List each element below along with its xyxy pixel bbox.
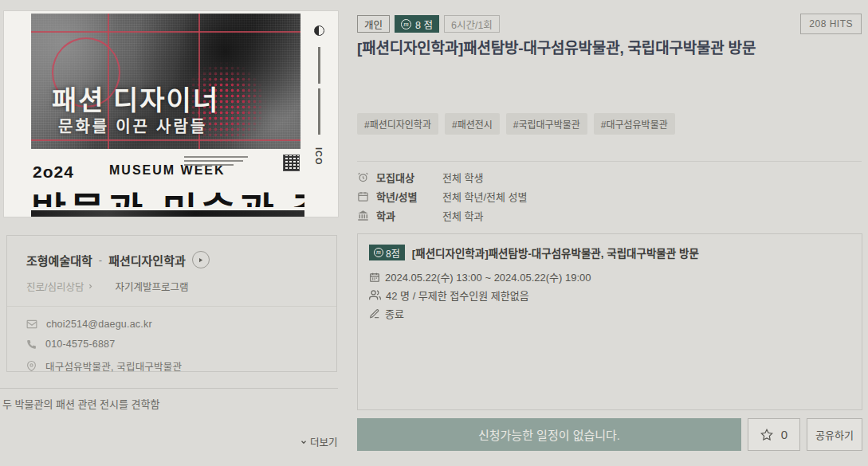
- info-divider: [357, 161, 862, 162]
- provider-card: 조형예술대학 - 패션디자인학과 진로/심리상담 자기계발프로그램 choi25…: [6, 235, 337, 372]
- poster-grid-line: [31, 31, 300, 33]
- info-row-grade-gender: 학년/성별 전체 학년/전체 성별: [357, 186, 528, 206]
- show-more-button[interactable]: 더보기: [300, 434, 338, 449]
- provider-location: 대구섬유박물관, 국립대구박물관: [45, 358, 182, 374]
- poster-next-slide-sliver: [31, 210, 304, 217]
- apply-button[interactable]: 신청가능한 일정이 없습니다.: [357, 418, 741, 451]
- program-description: 두 박물관의 패션 관련 전시를 견학함: [2, 396, 159, 411]
- provider-category: 진로/심리상담 자기계발프로그램: [7, 268, 336, 294]
- poster-side-text: [318, 47, 320, 84]
- description-divider: [0, 388, 338, 389]
- tag-item[interactable]: #패션디자인학과: [357, 113, 438, 135]
- provider-college: 조형예술대학: [26, 252, 92, 268]
- points-label: 8 점: [415, 17, 433, 32]
- info-label: 학과: [376, 208, 442, 223]
- pen-icon: [369, 308, 380, 319]
- hits-counter: 208 HITS: [800, 14, 862, 34]
- provider-phone: 010-4575-6887: [45, 339, 115, 350]
- contact-phone-row: 010-4575-6887: [26, 339, 317, 350]
- poster-bottom-band: 2o24 MUSEUM WEEK 박물관·미술관 주간: [31, 151, 304, 207]
- poster-fine-print: [184, 156, 248, 168]
- poster-main-title: 패션 디자이너: [52, 79, 219, 118]
- schedule-datetime-row: 2024.05.22(수) 13:00 ~ 2024.05.22(수) 19:0…: [369, 268, 850, 286]
- qr-code: [283, 155, 300, 171]
- info-label: 학년/성별: [376, 189, 442, 204]
- schedule-capacity: 42 명 / 무제한 접수인원 제한없음: [386, 288, 529, 303]
- schedule-card: m 8점 [패션디자인학과]패션탐방-대구섬유박물관, 국립대구박물관 방문 2…: [357, 233, 862, 410]
- tag-item[interactable]: #국립대구박물관: [506, 113, 587, 135]
- category-secondary: 자기계발프로그램: [115, 279, 188, 294]
- event-poster: 패션 디자이너 문화를 이끈 사람들 ICO 2o24 MUSEUM WEEK …: [4, 11, 338, 217]
- poster-headline: 박물관·미술관 주간: [31, 180, 304, 207]
- provider-email: choi2514@daegu.ac.kr: [46, 319, 152, 330]
- info-value: 전체 학생: [442, 170, 483, 185]
- provider-header: 조형예술대학 - 패션디자인학과: [7, 236, 336, 268]
- badge-duration: 6시간/1회: [444, 15, 500, 33]
- mileage-icon: m: [374, 248, 383, 257]
- calendar-icon: [369, 272, 380, 283]
- favorite-button[interactable]: 0: [748, 418, 800, 451]
- schedule-points-label: 8점: [386, 246, 400, 260]
- badge-mileage-points: m 8 점: [395, 15, 439, 33]
- program-badges: 개인 m 8 점 6시간/1회: [357, 15, 500, 33]
- mileage-icon: m: [401, 19, 411, 29]
- show-more-label: 더보기: [310, 434, 338, 449]
- info-row-target: 모집대상 전체 학생: [357, 167, 528, 186]
- poster-year: 2o24: [33, 163, 74, 182]
- star-icon: [760, 429, 773, 441]
- users-icon: [369, 289, 381, 301]
- phone-icon: [26, 339, 37, 350]
- poster-photo: 패션 디자이너 문화를 이끈 사람들: [31, 14, 300, 149]
- info-row-department: 학과 전체 학과: [357, 206, 528, 225]
- schedule-capacity-row: 42 명 / 무제한 접수인원 제한없음: [369, 286, 850, 304]
- share-button[interactable]: 공유하기: [807, 418, 862, 451]
- contact-location-row: 대구섬유박물관, 국립대구박물관: [26, 358, 317, 374]
- favorite-count: 0: [781, 428, 787, 441]
- info-label: 모집대상: [376, 170, 442, 185]
- tag-list: #패션디자인학과 #패션전시 #국립대구박물관 #대구섬유박물관: [357, 113, 675, 135]
- schedule-header: m 8점 [패션디자인학과]패션탐방-대구섬유박물관, 국립대구박물관 방문: [369, 245, 850, 260]
- ministry-logo-icon: [314, 25, 324, 36]
- contact-email-row: choi2514@daegu.ac.kr: [26, 319, 317, 330]
- chevron-right-icon: [87, 283, 94, 290]
- info-value: 전체 학과: [442, 208, 483, 223]
- poster-side-text: [318, 88, 320, 135]
- category-primary: 진로/심리상담: [26, 279, 84, 294]
- provider-department: 패션디자인학과: [108, 252, 186, 268]
- poster-subtitle: 문화를 이끈 사람들: [58, 114, 207, 137]
- poster-side-label: ICO: [314, 147, 324, 166]
- page-title: [패션디자인학과]패션탐방-대구섬유박물관, 국립대구박물관 방문: [357, 36, 859, 57]
- schedule-points-badge: m 8점: [369, 245, 405, 260]
- schedule-datetime: 2024.05.22(수) 13:00 ~ 2024.05.22(수) 19:0…: [385, 269, 591, 284]
- provider-separator: -: [99, 254, 102, 266]
- schedule-status-row: 종료: [369, 304, 850, 323]
- museum-icon: [357, 210, 370, 221]
- schedule-title: [패션디자인학과]패션탐방-대구섬유박물관, 국립대구박물관 방문: [412, 245, 699, 260]
- chevron-down-icon: [300, 438, 310, 446]
- tag-item[interactable]: #패션전시: [445, 113, 500, 135]
- mail-icon: [26, 319, 37, 330]
- calendar-icon: [357, 190, 370, 202]
- location-pin-icon: [26, 361, 37, 371]
- provider-expand-button[interactable]: [192, 251, 210, 268]
- badge-personal: 개인: [357, 15, 390, 33]
- info-value: 전체 학년/전체 성별: [442, 189, 528, 204]
- schedule-details: 2024.05.22(수) 13:00 ~ 2024.05.22(수) 19:0…: [369, 268, 850, 323]
- program-info: 모집대상 전체 학생 학년/성별 전체 학년/전체 성별 학과 전체 학과: [357, 167, 528, 225]
- poster-side-strip: ICO: [306, 25, 332, 205]
- play-icon: [197, 256, 204, 264]
- schedule-status: 종료: [385, 306, 404, 321]
- provider-contact-list: choi2514@daegu.ac.kr 010-4575-6887 대구섬유박…: [7, 307, 336, 374]
- alarm-clock-icon: [357, 171, 370, 183]
- tag-item[interactable]: #대구섬유박물관: [594, 113, 675, 135]
